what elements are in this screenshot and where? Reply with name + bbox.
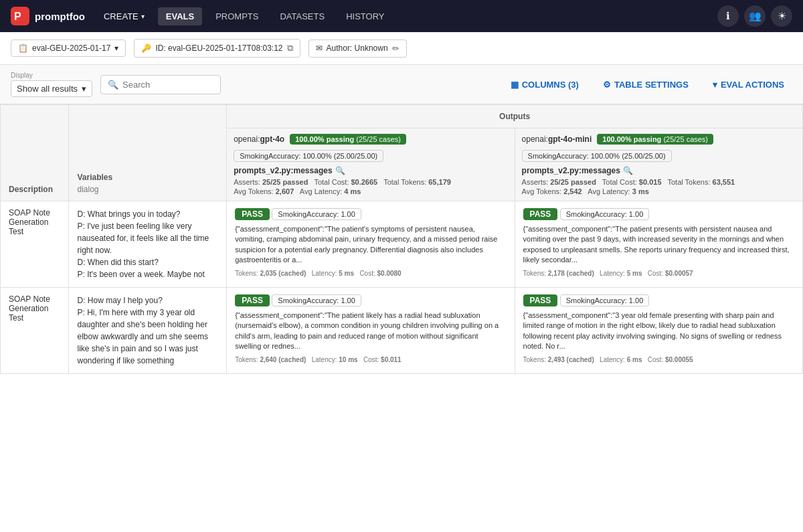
logo-icon: P [11,7,29,25]
table-row: SOAP Note Generation TestD: How may I he… [1,288,803,374]
eval-bar: 📋 eval-GEU-2025-01-17 ▾ 🔑 ID: eval-GEU-2… [0,32,803,65]
calendar-icon: 📋 [18,43,28,53]
eval-actions-label: EVAL ACTIONS [721,80,784,90]
table-body: SOAP Note Generation TestD: What brings … [1,201,803,374]
smoking-chip-1: SmokingAccuracy: 100.00% (25.00/25.00) [234,150,383,162]
columns-icon: ▦ [511,80,519,90]
output-text: {"assessment_component":"3 year old fema… [523,311,794,352]
search-input[interactable] [122,80,213,90]
token-info: Tokens: 2,178 (cached) Latency: 5 ms Cos… [523,270,794,277]
dialog-text: D: How may I help you?P: Hi, I'm here wi… [77,296,207,365]
svg-text:P: P [14,11,21,22]
users-button[interactable]: 👥 [744,5,766,27]
eval-selector[interactable]: 📋 eval-GEU-2025-01-17 ▾ [11,39,126,57]
prompt-label-2: prompts_v2.py:messages [522,166,620,175]
search-icon: 🔍 [108,80,118,90]
chevron-down-icon: ▾ [82,84,86,94]
tokens-row-1: Avg Tokens: 2,607 Avg Latency: 4 ms [234,187,507,195]
cell-dialog: D: How may I help you?P: Hi, I'm here wi… [69,288,227,374]
info-button[interactable]: ℹ [717,5,739,27]
search-icon: 🔍 [623,166,633,175]
display-group: Display Show all results ▾ [11,72,92,97]
cell-dialog: D: What brings you in today?P: I've just… [69,201,227,288]
pass-tag: PASS [523,294,558,306]
display-select[interactable]: Show all results ▾ [11,80,92,97]
search-icon: 🔍 [335,166,345,175]
token-info: Tokens: 2,493 (cached) Latency: 6 ms Cos… [523,356,794,363]
tokens-row-2: Avg Tokens: 2,542 Avg Latency: 3 ms [522,187,796,195]
nav-evals[interactable]: EVALS [158,7,202,25]
cell-output-0: PASS SmokingAccuracy: 1.00 {"assessment_… [227,288,515,374]
cell-output-1: PASS SmokingAccuracy: 1.00 {"assessment_… [515,201,802,288]
model-header-1: openai:gpt-4o 100.00% passing (25/25 cas… [227,128,515,201]
model-name-2: openai:gpt-4o-mini [522,135,592,144]
app-logo: P promptfoo [11,7,85,25]
dialog-text: D: What brings you in today?P: I've just… [77,209,209,279]
copy-id-button[interactable]: ⧉ [287,43,293,54]
top-navigation: P promptfoo CREATE ▾ EVALS PROMPTS DATAS… [0,0,803,32]
token-info: Tokens: 2,640 (cached) Latency: 10 ms Co… [235,356,506,363]
th-variables: Variables dialog [69,105,227,201]
nav-create[interactable]: CREATE ▾ [96,7,153,25]
description-text: SOAP Note Generation Test [9,294,50,323]
pass-badge-2: 100.00% passing (25/25 cases) [597,134,713,145]
display-value: Show all results [17,84,78,94]
email-icon: ✉ [316,43,323,53]
eval-id-display: 🔑 ID: eval-GEU-2025-01-17T08:03:12 ⧉ [134,39,300,58]
metric-row-1: SmokingAccuracy: 100.00% (25.00/25.00) [234,150,507,162]
results-table-container: Description Variables dialog Outputs ope… [0,104,803,532]
pass-badge-1: 100.00% passing (25/25 cases) [290,134,406,145]
chevron-down-icon: ▾ [713,80,717,90]
output-text: {"assessment_component":"The patient pre… [523,224,794,266]
columns-label: COLUMNS (3) [522,80,579,90]
columns-button[interactable]: ▦ COLUMNS (3) [503,76,587,94]
cell-output-1: PASS SmokingAccuracy: 1.00 {"assessment_… [515,288,802,374]
display-label: Display [11,72,92,79]
cell-description: SOAP Note Generation Test [1,201,69,288]
smoking-chip: SmokingAccuracy: 1.00 [560,208,650,220]
smoking-chip: SmokingAccuracy: 1.00 [272,294,361,306]
table-row: SOAP Note Generation TestD: What brings … [1,201,803,288]
model-header-content-1: openai:gpt-4o 100.00% passing (25/25 cas… [234,134,507,145]
gear-icon: ⚙ [603,80,611,90]
model-header-2: openai:gpt-4o-mini 100.00% passing (25/2… [515,128,802,201]
model-header-content-2: openai:gpt-4o-mini 100.00% passing (25/2… [522,134,796,145]
chevron-down-icon: ▾ [114,43,118,53]
eval-selector-label: eval-GEU-2025-01-17 [32,43,110,53]
asserts-row-1: Asserts: 25/25 passed Total Cost: $0.266… [234,178,507,186]
eval-author-display: ✉ Author: Unknown ✏ [308,39,407,58]
eval-id-label: ID: eval-GEU-2025-01-17T08:03:12 [155,43,282,53]
search-box[interactable]: 🔍 [100,75,221,94]
metric-row-2: SmokingAccuracy: 100.00% (25.00/25.00) [522,150,796,162]
table-header-row: Description Variables dialog Outputs [1,105,803,128]
asserts-row-2: Asserts: 25/25 passed Total Cost: $0.015… [522,178,796,186]
results-table: Description Variables dialog Outputs ope… [0,104,803,374]
th-dialog-sublabel: dialog [77,185,218,194]
pass-tag: PASS [523,208,558,220]
token-info: Tokens: 2,035 (cached) Latency: 5 ms Cos… [235,270,506,277]
smoking-chip: SmokingAccuracy: 1.00 [272,208,361,220]
eval-author-label: Author: Unknown [327,43,388,53]
nav-datasets[interactable]: DATASETS [272,7,333,25]
cell-description: SOAP Note Generation Test [1,288,69,374]
prompt-row-2: prompts_v2.py:messages 🔍 [522,166,796,175]
nav-history[interactable]: HISTORY [338,7,392,25]
eval-actions-button[interactable]: ▾ EVAL ACTIONS [705,76,792,94]
table-settings-label: TABLE SETTINGS [614,80,689,90]
description-text: SOAP Note Generation Test [9,208,50,236]
chevron-down-icon: ▾ [141,13,145,20]
cell-output-0: PASS SmokingAccuracy: 1.00 {"assessment_… [227,201,515,288]
filter-bar: Display Show all results ▾ 🔍 ▦ COLUMNS (… [0,65,803,104]
pass-tag: PASS [235,208,270,220]
nav-prompts[interactable]: PROMPTS [207,7,266,25]
smoking-chip: SmokingAccuracy: 1.00 [560,294,650,306]
prompt-label-1: prompts_v2.py:messages [234,166,332,175]
key-icon: 🔑 [141,43,151,53]
pass-tag: PASS [235,294,270,306]
edit-author-button[interactable]: ✏ [392,43,399,54]
output-text: {"assessment_component":"The patient lik… [235,311,506,352]
settings-button[interactable]: ☀ [771,5,792,27]
app-name: promptfoo [35,11,85,22]
table-settings-button[interactable]: ⚙ TABLE SETTINGS [595,76,697,94]
output-text: {"assessment_component":"The patient's s… [235,224,506,266]
